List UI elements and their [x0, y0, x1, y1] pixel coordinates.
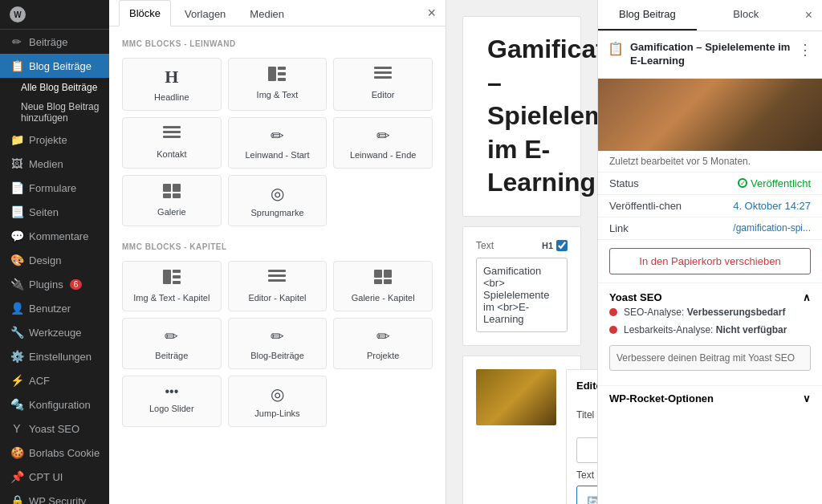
sidebar-sub-label: Neue Blog Beitrag hinzufügen	[21, 101, 99, 124]
galerie-kapitel-icon	[374, 270, 392, 288]
img-text-icon	[268, 67, 286, 85]
tab-block[interactable]: Block	[697, 0, 796, 30]
sidebar-item-medien[interactable]: 🖼 Medien	[0, 152, 109, 176]
sidebar-item-plugins[interactable]: 🔌 Plugins 6	[0, 272, 109, 296]
block-panel-close-button[interactable]: ×	[427, 5, 436, 22]
sidebar-label: Borlabs Cookie	[29, 447, 100, 459]
trash-button[interactable]: In den Papierkorb verschieben	[609, 248, 811, 274]
block-text-content[interactable]: Gamification <br> Spielelemente im <br>E…	[476, 258, 568, 332]
kontakt-icon	[163, 126, 181, 144]
link-row: Link /gamification-spi...	[598, 217, 822, 240]
editor-canvas: Gamification – Spielelemente im E-Learni…	[446, 0, 597, 504]
right-panel-close-button[interactable]: ×	[796, 0, 822, 30]
block-sprungmarke[interactable]: ◎ Sprungmarke	[228, 175, 328, 226]
post-item-menu-button[interactable]: ⋮	[798, 41, 812, 59]
sidebar-label: Projekte	[29, 134, 67, 146]
sidebar-label: Einstellungen	[29, 351, 92, 363]
tab-medien[interactable]: Medien	[239, 1, 295, 26]
block-projekte[interactable]: ✏ Projekte	[333, 318, 433, 369]
editor-kapitel-icon	[268, 270, 286, 288]
sidebar-item-wp-security[interactable]: 🔒 WP Security	[0, 489, 109, 504]
published-value[interactable]: 4. Oktober 14:27	[733, 200, 811, 212]
post-title[interactable]: Gamification – Spielelemente im E-Learni…	[462, 16, 581, 217]
block-editor[interactable]: Editor	[333, 58, 433, 111]
sidebar-subitem-neue-blog[interactable]: Neue Blog Beitrag hinzufügen	[0, 97, 109, 128]
leinwand-block-grid: H Headline Img & Text Editor	[122, 58, 433, 226]
block-img-text[interactable]: Img & Text	[228, 58, 328, 111]
sidebar-item-werkzeuge[interactable]: 🔧 Werkzeuge	[0, 320, 109, 344]
link-value[interactable]: /gamification-spi...	[733, 222, 811, 234]
block-beitrage[interactable]: ✏ Beiträge	[122, 318, 222, 369]
svg-rect-19	[268, 274, 286, 277]
sidebar-item-beitrage[interactable]: ✏ Beiträge	[0, 30, 109, 54]
block-galerie-kapitel[interactable]: Galerie - Kapitel	[333, 261, 433, 311]
sidebar-item-projekte[interactable]: 📁 Projekte	[0, 128, 109, 152]
tab-vorlagen[interactable]: Vorlagen	[174, 1, 236, 26]
sidebar: W ✏ Beiträge 📋 Blog Beiträge Alle Blog B…	[0, 0, 109, 504]
editor-block-image-editor: Editor Titel H1 1 Text 🔄 Dateien hinzufü	[462, 356, 581, 504]
galerie-icon	[163, 184, 181, 202]
h1-checkbox[interactable]	[556, 240, 568, 251]
svg-rect-10	[163, 184, 171, 192]
yoast-header[interactable]: Yoast SEO ∧	[609, 291, 811, 303]
comment-icon: 💬	[10, 230, 24, 242]
tab-bloecke[interactable]: Blöcke	[119, 0, 171, 26]
jump-links-icon: ◎	[271, 384, 284, 404]
block-jump-links[interactable]: ◎ Jump-Links	[228, 376, 328, 427]
editor-block-text: Text H1 Gamification <br> Spielelemente …	[462, 226, 581, 346]
titel-input[interactable]	[576, 437, 597, 463]
sidebar-item-design[interactable]: 🎨 Design	[0, 248, 109, 272]
svg-rect-5	[374, 71, 392, 74]
wp-rocket-header[interactable]: WP-Rocket-Optionen ∨	[598, 385, 822, 411]
post-item-title: Gamification – Spielelemente im E-Learni…	[630, 41, 791, 68]
sidebar-logo: W	[0, 0, 109, 30]
sidebar-item-einstellungen[interactable]: ⚙️ Einstellungen	[0, 344, 109, 368]
sidebar-item-kommentare[interactable]: 💬 Kommentare	[0, 224, 109, 248]
block-editor-kapitel[interactable]: Editor - Kapitel	[228, 261, 328, 311]
block-blog-beitrage[interactable]: ✏ Blog-Beiträge	[228, 318, 328, 369]
sidebar-item-yoast[interactable]: Y Yoast SEO	[0, 417, 109, 441]
sidebar-item-cpt-ui[interactable]: 📌 CPT UI	[0, 465, 109, 489]
plugins-badge: 6	[70, 279, 83, 290]
sidebar-item-benutzer[interactable]: 👤 Benutzer	[0, 296, 109, 320]
sidebar-item-blog-beitrage[interactable]: 📋 Blog Beiträge	[0, 54, 109, 78]
yoast-chevron-icon: ∧	[803, 291, 811, 303]
sidebar-item-acf[interactable]: ⚡ ACF	[0, 368, 109, 392]
block-leinwand-ende[interactable]: ✏ Leinwand - Ende	[333, 117, 433, 169]
headline-icon: H	[165, 67, 178, 87]
wp-rocket-chevron-icon: ∨	[803, 392, 811, 404]
blog-beitrage-block-icon: ✏	[271, 327, 284, 346]
h1-badge: H1	[542, 240, 568, 251]
readability-status-dot	[609, 326, 617, 334]
wp-icon: W	[10, 6, 26, 22]
svg-rect-16	[173, 275, 181, 278]
svg-rect-22	[384, 270, 392, 278]
sidebar-item-borlabs[interactable]: 🍪 Borlabs Cookie	[0, 441, 109, 465]
block-kontakt[interactable]: Kontakt	[122, 117, 222, 169]
yoast-seo-item: SEO-Analyse: Verbesserungsbedarf	[609, 303, 811, 321]
folder-icon: 📁	[10, 133, 24, 146]
sidebar-item-konfiguration[interactable]: 🔩 Konfiguration	[0, 392, 109, 417]
block-headline[interactable]: H Headline	[122, 58, 222, 111]
block-logo-slider[interactable]: ••• Logo Slider	[122, 376, 222, 427]
block-leinwand-start[interactable]: ✏ Leinwand - Start	[228, 117, 328, 169]
tab-blog-beitrag[interactable]: Blog Beitrag	[598, 0, 697, 30]
sidebar-label: Yoast SEO	[29, 423, 79, 435]
svg-rect-1	[278, 67, 286, 70]
add-files-button[interactable]: 🔄 Dateien hinzufügen	[576, 486, 597, 504]
right-panel-tabs: Blog Beitrag Block ×	[598, 0, 822, 31]
block-galerie[interactable]: Galerie	[122, 175, 222, 226]
sidebar-label: Medien	[29, 158, 63, 170]
sidebar-label: Kommentare	[29, 230, 88, 242]
svg-rect-2	[278, 72, 286, 75]
post-thumbnail	[598, 79, 822, 151]
sidebar-label: Blog Beiträge	[29, 60, 92, 72]
block-img-text-kapitel[interactable]: Img & Text - Kapitel	[122, 261, 222, 311]
sidebar-item-seiten[interactable]: 📃 Seiten	[0, 200, 109, 224]
sidebar-item-formulare[interactable]: 📄 Formulare	[0, 176, 109, 200]
sidebar-label: Konfiguration	[29, 399, 91, 411]
seo-status-dot	[609, 308, 617, 316]
sidebar-subitem-alle-blog[interactable]: Alle Blog Beiträge	[0, 78, 109, 97]
config-icon: 🔩	[10, 398, 24, 411]
svg-rect-14	[163, 270, 171, 284]
